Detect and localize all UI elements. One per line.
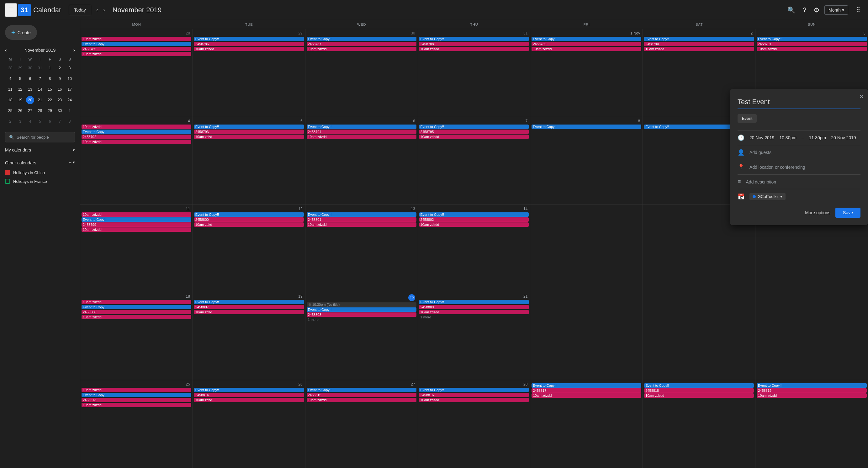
mini-cal-day[interactable]: 6 bbox=[25, 74, 35, 84]
event-chip[interactable]: Event to Copy!! bbox=[82, 217, 191, 222]
mini-cal-day[interactable]: 29 bbox=[16, 63, 25, 73]
event-chip[interactable]: 10am zdzdd bbox=[307, 134, 416, 139]
hamburger-button[interactable]: ☰ bbox=[5, 3, 17, 17]
event-chip[interactable]: Event to Copy!! bbox=[82, 42, 191, 46]
cal-cell-nov21[interactable]: 21 Event to Copy!! 2458809 10am zdzdd 1 … bbox=[418, 292, 531, 380]
cal-cell-nov19[interactable]: 19 Event to Copy!! 2458807 10am zdzd bbox=[193, 292, 305, 380]
event-draft-chip[interactable]: 10:30pm (No title) bbox=[307, 302, 416, 307]
event-chip[interactable]: Event to Copy!! bbox=[307, 212, 416, 217]
cal-cell-nov1[interactable]: 1 Nov Event to Copy!! 2458789 10am zdzdd bbox=[530, 29, 643, 117]
cal-cell-nov12[interactable]: 12 Event to Copy!! 2458800 10am zdzd bbox=[193, 205, 305, 292]
cal-cell-nov14[interactable]: 14 Event to Copy!! 2458802 10am zdzdd bbox=[418, 205, 531, 292]
mini-cal-day[interactable]: 28 bbox=[6, 63, 15, 73]
mini-cal-day[interactable]: 13 bbox=[25, 84, 35, 94]
event-chip[interactable]: 2458819 bbox=[757, 388, 867, 393]
event-chip[interactable]: Event to Copy!! bbox=[644, 37, 754, 41]
mini-cal-day[interactable]: 5 bbox=[35, 116, 45, 126]
event-chip[interactable]: 10am zdzdd bbox=[419, 134, 529, 139]
popup-close-button[interactable]: ✕ bbox=[859, 93, 864, 100]
popup-description-row[interactable]: ≡ Add description bbox=[738, 176, 861, 188]
mini-cal-today[interactable]: 20 bbox=[25, 95, 35, 105]
holidays-france-item[interactable]: Holidays in France bbox=[0, 177, 80, 186]
event-chip[interactable]: 2458813 bbox=[82, 398, 191, 402]
prev-month-button[interactable]: ‹ bbox=[94, 4, 101, 16]
mini-cal-day[interactable]: 4 bbox=[6, 74, 15, 84]
event-chip[interactable]: 2458815 bbox=[307, 393, 416, 397]
mini-cal-day[interactable]: 26 bbox=[16, 106, 25, 116]
save-button[interactable]: Save bbox=[835, 208, 861, 218]
event-chip[interactable]: 10am zdzdd bbox=[644, 47, 754, 51]
event-chip[interactable]: Event to Copy!! bbox=[531, 125, 641, 129]
apps-button[interactable]: ⠿ bbox=[853, 4, 863, 16]
event-chip[interactable]: Event to Copy!! bbox=[419, 37, 529, 41]
mini-cal-day[interactable]: 24 bbox=[65, 95, 74, 105]
cal-cell-nov18[interactable]: 18 10am zdzdd Event to Copy!! 2458806 10… bbox=[80, 292, 193, 380]
more-options-button[interactable]: More options bbox=[805, 210, 830, 215]
mini-cal-day[interactable]: 11 bbox=[6, 84, 15, 94]
event-chip[interactable]: 2458816 bbox=[419, 393, 529, 397]
view-selector[interactable]: Month ▾ bbox=[825, 5, 848, 15]
event-chip[interactable]: 10am zdzdd bbox=[82, 37, 191, 41]
event-chip[interactable]: 2458806 bbox=[82, 310, 191, 314]
mini-cal-day[interactable]: 1 bbox=[65, 106, 74, 116]
event-chip[interactable]: Event to Copy!! bbox=[757, 37, 867, 41]
cal-cell-nov11[interactable]: 11 10am zdzdd Event to Copy!! 2458799 10… bbox=[80, 205, 193, 292]
event-chip[interactable]: Event to Copy!! bbox=[644, 383, 754, 388]
event-chip[interactable]: 2458790 bbox=[644, 42, 754, 46]
holidays-china-checkbox[interactable] bbox=[5, 170, 10, 175]
cal-cell-nov22[interactable] bbox=[530, 292, 643, 380]
event-chip[interactable]: 10am zdzdd bbox=[757, 393, 867, 398]
mini-cal-day[interactable]: 5 bbox=[16, 74, 25, 84]
event-chip[interactable]: Event to Copy!! bbox=[194, 212, 304, 217]
add-calendar-icon[interactable]: + bbox=[69, 160, 71, 166]
event-chip[interactable]: 10am zdzdd bbox=[531, 393, 641, 398]
mini-cal-day[interactable]: 3 bbox=[65, 63, 74, 73]
create-button[interactable]: + Create bbox=[5, 25, 37, 40]
my-calendars-header[interactable]: My calendars ▾ bbox=[0, 145, 80, 155]
event-chip[interactable]: 10am zdzdd bbox=[419, 222, 529, 227]
event-chip[interactable]: 2458818 bbox=[644, 388, 754, 393]
event-chip[interactable]: 2458802 bbox=[419, 217, 529, 222]
cal-cell-oct29[interactable]: 29 Event to Copy!! 2458786 10am zdzdd bbox=[193, 29, 305, 117]
popup-date-start[interactable]: 20 Nov 2019 bbox=[749, 135, 774, 140]
mini-cal-day[interactable]: 3 bbox=[16, 116, 25, 126]
next-month-button[interactable]: › bbox=[101, 4, 107, 16]
cal-cell-nov5[interactable]: 5 Event to Copy!! 2458793 10am zdzd bbox=[193, 117, 305, 205]
event-chip[interactable]: Event to Copy!! bbox=[531, 37, 641, 41]
popup-time-start[interactable]: 10:30pm bbox=[779, 135, 796, 140]
cal-cell-oct31[interactable]: 31 Event to Copy!! 2458788 10am zdzdd bbox=[418, 29, 531, 117]
other-calendars-header[interactable]: Other calendars + ▾ bbox=[0, 157, 80, 168]
event-chip[interactable]: 2458814 bbox=[194, 393, 304, 397]
event-chip[interactable]: Event to Copy!! bbox=[419, 388, 529, 392]
event-chip[interactable]: 10am zdzd bbox=[194, 222, 304, 227]
event-chip[interactable]: 10am zdzdd bbox=[644, 393, 754, 398]
event-chip[interactable]: 10am zdzdd bbox=[82, 125, 191, 129]
event-chip[interactable]: 2458789 bbox=[531, 42, 641, 46]
mini-cal-day[interactable]: 8 bbox=[45, 74, 55, 84]
event-chip[interactable]: 10am zdzdd bbox=[307, 398, 416, 402]
cal-cell-nov20-today[interactable]: 20 10:30pm (No title) Event to Copy!! 24… bbox=[305, 292, 418, 380]
cal-cell-oct28[interactable]: 28 10am zdzdd Event to Copy!! 2458785 10… bbox=[80, 29, 193, 117]
event-chip[interactable]: Event to Copy!! bbox=[419, 300, 529, 304]
event-chip[interactable]: 10am zdzdd bbox=[82, 403, 191, 407]
event-chip[interactable]: 10am zdzd bbox=[194, 134, 304, 139]
mini-cal-day[interactable]: 9 bbox=[55, 74, 65, 84]
mini-cal-day[interactable]: 25 bbox=[6, 106, 15, 116]
cal-cell-nov13[interactable]: 13 Event to Copy!! 2458801 10am zdzdd bbox=[305, 205, 418, 292]
event-chip[interactable]: 2458795 bbox=[419, 129, 529, 134]
mini-cal-day[interactable]: 21 bbox=[35, 95, 45, 105]
event-chip[interactable]: 10am zdzdd bbox=[82, 52, 191, 56]
event-chip[interactable]: Event to Copy!! bbox=[194, 37, 304, 41]
event-chip[interactable]: Event to Copy!! bbox=[307, 388, 416, 392]
cal-cell-dec1[interactable]: Event to Copy!! 2458819 10am zdzdd bbox=[755, 380, 868, 468]
event-chip[interactable]: 10am zdzdd bbox=[419, 310, 529, 314]
settings-button[interactable]: ⚙ bbox=[811, 4, 822, 16]
cal-cell-nov25[interactable]: 25 10am zdzdd Event to Copy!! 2458813 10… bbox=[80, 380, 193, 468]
event-more[interactable]: 1 more bbox=[307, 317, 416, 322]
event-chip[interactable]: 10am zdzdd bbox=[82, 300, 191, 304]
cal-cell-oct30[interactable]: 30 Event to Copy!! 2458787 10am zdzdd bbox=[305, 29, 418, 117]
event-chip[interactable]: 10am zdzd bbox=[194, 310, 304, 314]
event-title-input[interactable] bbox=[738, 97, 861, 109]
event-chip[interactable]: 10am zdzdd bbox=[82, 212, 191, 217]
event-chip[interactable]: 2458794 bbox=[307, 129, 416, 134]
